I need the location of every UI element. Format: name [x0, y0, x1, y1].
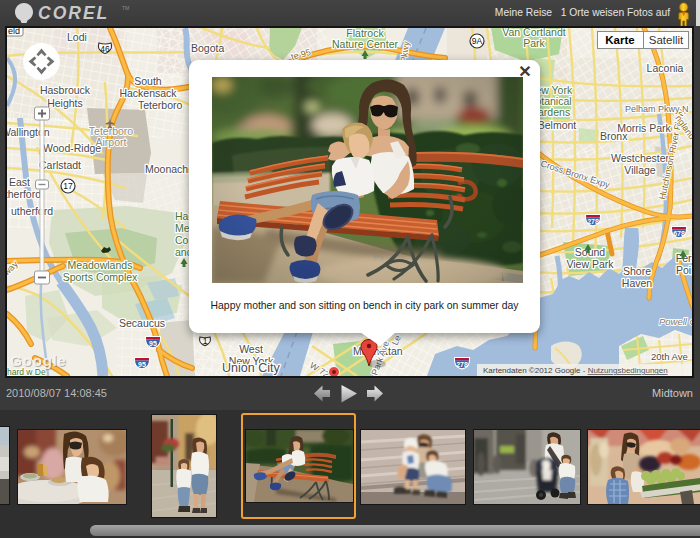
svg-text:hard w De: hard w De — [7, 367, 46, 376]
svg-text:1: 1 — [203, 336, 208, 346]
svg-text:Hackensack: Hackensack — [119, 87, 177, 99]
svg-text:46: 46 — [100, 44, 110, 54]
svg-text:Airport: Airport — [96, 136, 127, 148]
svg-text:Sports Complex: Sports Complex — [63, 271, 138, 283]
svg-text:Teterboro: Teterboro — [138, 99, 183, 111]
svg-text:Point: Point — [676, 264, 692, 276]
svg-text:20th Ave: 20th Ave — [651, 351, 688, 362]
svg-text:Carlstadt: Carlstadt — [39, 159, 81, 171]
svg-text:95: 95 — [149, 340, 157, 347]
svg-text:Nature Center: Nature Center — [332, 38, 398, 50]
svg-text:Wood-Ridge: Wood-Ridge — [43, 142, 101, 154]
svg-text:278: 278 — [456, 361, 468, 368]
svg-text:Pelham Pkwy N: Pelham Pkwy N — [625, 104, 689, 114]
svg-text:278: 278 — [587, 218, 599, 225]
svg-text:Laconia: Laconia — [647, 62, 684, 74]
svg-text:Lodi: Lodi — [67, 31, 87, 43]
svg-text:utherford: utherford — [7, 188, 41, 200]
svg-text:South: South — [134, 75, 162, 87]
svg-text:Belmont: Belmont — [538, 119, 577, 131]
svg-text:95: 95 — [138, 361, 146, 368]
svg-text:Bogota: Bogota — [191, 42, 224, 54]
svg-text:Satellit: Satellit — [649, 34, 684, 46]
svg-text:Secaucus: Secaucus — [119, 317, 165, 329]
svg-text:Westchester: Westchester — [611, 152, 670, 164]
svg-text:17: 17 — [63, 181, 73, 191]
svg-text:Morris Park: Morris Park — [617, 122, 671, 134]
svg-text:678: 678 — [673, 230, 685, 237]
svg-text:TM: TM — [122, 5, 129, 11]
svg-text:West: West — [239, 343, 263, 355]
svg-text:Heights: Heights — [47, 97, 83, 109]
svg-text:East: East — [9, 176, 30, 188]
svg-text:9A: 9A — [472, 36, 483, 46]
svg-text:Karte: Karte — [605, 34, 634, 46]
svg-text:eld: eld — [8, 28, 20, 36]
svg-text:Union City: Union City — [222, 361, 280, 375]
svg-text:View Park: View Park — [566, 258, 614, 270]
svg-text:Hasbrouck: Hasbrouck — [40, 84, 91, 96]
svg-text:Powell C: Powell C — [659, 316, 692, 327]
svg-text:Shore: Shore — [623, 265, 651, 277]
svg-text:Haven: Haven — [622, 277, 653, 289]
svg-text:Kartendaten ©2012 Google - Nut: Kartendaten ©2012 Google - Nutzungsbedin… — [483, 366, 668, 375]
svg-text:utherford: utherford — [11, 205, 53, 217]
svg-text:Meadowlands: Meadowlands — [68, 259, 133, 271]
svg-text:Park: Park — [523, 37, 545, 49]
svg-text:Village: Village — [624, 164, 655, 176]
svg-text:COREL: COREL — [38, 3, 109, 23]
